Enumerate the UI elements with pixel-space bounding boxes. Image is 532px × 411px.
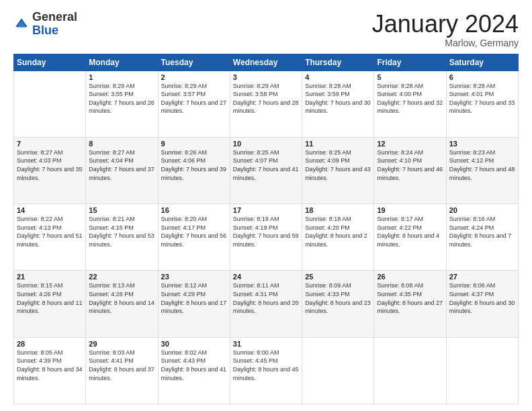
day-number: 12 bbox=[377, 140, 443, 148]
day-info: Sunrise: 8:27 AMSunset: 4:04 PMDaylight:… bbox=[89, 148, 154, 182]
day-info: Sunrise: 8:29 AMSunset: 3:55 PMDaylight:… bbox=[89, 82, 154, 116]
calendar-week-row: 21Sunrise: 8:15 AMSunset: 4:26 PMDayligh… bbox=[14, 271, 519, 337]
calendar-cell: 23Sunrise: 8:12 AMSunset: 4:29 PMDayligh… bbox=[158, 271, 230, 337]
weekday-header-tuesday: Tuesday bbox=[158, 54, 230, 71]
day-info: Sunrise: 8:27 AMSunset: 4:03 PMDaylight:… bbox=[17, 148, 83, 182]
logo-general-text: General bbox=[32, 10, 77, 24]
day-number: 21 bbox=[17, 273, 83, 281]
day-info: Sunrise: 8:29 AMSunset: 3:57 PMDaylight:… bbox=[161, 82, 227, 116]
calendar-cell: 9Sunrise: 8:26 AMSunset: 4:06 PMDaylight… bbox=[158, 137, 230, 203]
calendar-cell: 13Sunrise: 8:23 AMSunset: 4:12 PMDayligh… bbox=[446, 137, 518, 203]
day-number: 11 bbox=[305, 140, 371, 148]
calendar-cell: 26Sunrise: 8:08 AMSunset: 4:35 PMDayligh… bbox=[374, 271, 446, 337]
day-number: 18 bbox=[305, 206, 371, 214]
calendar-cell: 11Sunrise: 8:25 AMSunset: 4:09 PMDayligh… bbox=[302, 137, 374, 203]
calendar-cell: 20Sunrise: 8:16 AMSunset: 4:24 PMDayligh… bbox=[446, 204, 518, 271]
calendar-cell bbox=[14, 71, 86, 137]
day-number: 1 bbox=[89, 73, 154, 81]
day-number: 2 bbox=[161, 73, 227, 81]
day-number: 10 bbox=[233, 140, 299, 148]
day-number: 7 bbox=[17, 140, 83, 148]
calendar-cell: 7Sunrise: 8:27 AMSunset: 4:03 PMDaylight… bbox=[14, 137, 86, 203]
day-number: 13 bbox=[449, 140, 515, 148]
calendar-week-row: 7Sunrise: 8:27 AMSunset: 4:03 PMDaylight… bbox=[14, 137, 519, 203]
day-info: Sunrise: 8:02 AMSunset: 4:43 PMDaylight:… bbox=[161, 349, 227, 382]
calendar-cell: 30Sunrise: 8:02 AMSunset: 4:43 PMDayligh… bbox=[158, 337, 230, 404]
day-info: Sunrise: 8:17 AMSunset: 4:22 PMDaylight:… bbox=[377, 215, 443, 248]
day-number: 29 bbox=[89, 340, 154, 348]
calendar-cell: 27Sunrise: 8:06 AMSunset: 4:37 PMDayligh… bbox=[446, 271, 518, 337]
page: General Blue January 2024 Marlow, German… bbox=[0, 0, 532, 411]
logo: General Blue bbox=[13, 11, 77, 38]
calendar-cell: 21Sunrise: 8:15 AMSunset: 4:26 PMDayligh… bbox=[14, 271, 86, 337]
weekday-header-wednesday: Wednesday bbox=[230, 54, 302, 71]
day-info: Sunrise: 8:21 AMSunset: 4:15 PMDaylight:… bbox=[89, 215, 154, 248]
calendar-cell: 3Sunrise: 8:29 AMSunset: 3:58 PMDaylight… bbox=[230, 71, 302, 137]
calendar-cell: 2Sunrise: 8:29 AMSunset: 3:57 PMDaylight… bbox=[158, 71, 230, 137]
calendar-cell: 14Sunrise: 8:22 AMSunset: 4:13 PMDayligh… bbox=[14, 204, 86, 271]
calendar-cell: 10Sunrise: 8:25 AMSunset: 4:07 PMDayligh… bbox=[230, 137, 302, 203]
day-number: 19 bbox=[377, 206, 443, 214]
location: Marlow, Germany bbox=[372, 38, 519, 48]
day-info: Sunrise: 8:28 AMSunset: 4:00 PMDaylight:… bbox=[377, 82, 443, 116]
calendar-cell bbox=[446, 337, 518, 404]
day-info: Sunrise: 8:22 AMSunset: 4:13 PMDaylight:… bbox=[17, 215, 83, 248]
day-info: Sunrise: 8:08 AMSunset: 4:35 PMDaylight:… bbox=[377, 281, 443, 315]
day-info: Sunrise: 8:26 AMSunset: 4:06 PMDaylight:… bbox=[161, 148, 227, 182]
day-number: 28 bbox=[17, 340, 83, 348]
day-info: Sunrise: 8:09 AMSunset: 4:33 PMDaylight:… bbox=[305, 281, 371, 315]
calendar-week-row: 14Sunrise: 8:22 AMSunset: 4:13 PMDayligh… bbox=[14, 204, 519, 271]
day-number: 3 bbox=[233, 73, 299, 81]
calendar-cell: 18Sunrise: 8:18 AMSunset: 4:20 PMDayligh… bbox=[302, 204, 374, 271]
weekday-header-monday: Monday bbox=[86, 54, 158, 71]
day-number: 4 bbox=[305, 73, 371, 81]
calendar-cell: 15Sunrise: 8:21 AMSunset: 4:15 PMDayligh… bbox=[86, 204, 158, 271]
title-block: January 2024 Marlow, Germany bbox=[372, 11, 519, 48]
day-info: Sunrise: 8:16 AMSunset: 4:24 PMDaylight:… bbox=[449, 215, 515, 248]
calendar-week-row: 1Sunrise: 8:29 AMSunset: 3:55 PMDaylight… bbox=[14, 71, 519, 137]
day-number: 16 bbox=[161, 206, 227, 214]
month-title: January 2024 bbox=[372, 11, 519, 38]
day-info: Sunrise: 8:19 AMSunset: 4:19 PMDaylight:… bbox=[233, 215, 299, 248]
calendar-cell: 24Sunrise: 8:11 AMSunset: 4:31 PMDayligh… bbox=[230, 271, 302, 337]
calendar-cell: 29Sunrise: 8:03 AMSunset: 4:41 PMDayligh… bbox=[86, 337, 158, 404]
day-number: 26 bbox=[377, 273, 443, 281]
day-number: 22 bbox=[89, 273, 154, 281]
logo-icon bbox=[13, 16, 30, 32]
calendar-cell: 6Sunrise: 8:28 AMSunset: 4:01 PMDaylight… bbox=[446, 71, 518, 137]
logo-blue-text: Blue bbox=[32, 24, 58, 37]
day-number: 6 bbox=[449, 73, 515, 81]
day-info: Sunrise: 8:13 AMSunset: 4:28 PMDaylight:… bbox=[89, 281, 154, 315]
calendar-cell: 17Sunrise: 8:19 AMSunset: 4:19 PMDayligh… bbox=[230, 204, 302, 271]
day-info: Sunrise: 8:06 AMSunset: 4:37 PMDaylight:… bbox=[449, 281, 515, 315]
day-number: 31 bbox=[233, 340, 299, 348]
day-info: Sunrise: 8:20 AMSunset: 4:17 PMDaylight:… bbox=[161, 215, 227, 248]
weekday-header-friday: Friday bbox=[374, 54, 446, 71]
calendar-cell: 31Sunrise: 8:00 AMSunset: 4:45 PMDayligh… bbox=[230, 337, 302, 404]
day-info: Sunrise: 8:03 AMSunset: 4:41 PMDaylight:… bbox=[89, 349, 154, 382]
day-number: 9 bbox=[161, 140, 227, 148]
day-info: Sunrise: 8:18 AMSunset: 4:20 PMDaylight:… bbox=[305, 215, 371, 248]
calendar-cell bbox=[374, 337, 446, 404]
day-info: Sunrise: 8:05 AMSunset: 4:39 PMDaylight:… bbox=[17, 349, 83, 382]
day-number: 20 bbox=[449, 206, 515, 214]
day-number: 30 bbox=[161, 340, 227, 348]
day-number: 27 bbox=[449, 273, 515, 281]
day-number: 14 bbox=[17, 206, 83, 214]
day-number: 23 bbox=[161, 273, 227, 281]
calendar-cell: 28Sunrise: 8:05 AMSunset: 4:39 PMDayligh… bbox=[14, 337, 86, 404]
calendar-cell: 5Sunrise: 8:28 AMSunset: 4:00 PMDaylight… bbox=[374, 71, 446, 137]
calendar-week-row: 28Sunrise: 8:05 AMSunset: 4:39 PMDayligh… bbox=[14, 337, 519, 404]
calendar-cell: 19Sunrise: 8:17 AMSunset: 4:22 PMDayligh… bbox=[374, 204, 446, 271]
calendar-table: SundayMondayTuesdayWednesdayThursdayFrid… bbox=[13, 54, 519, 404]
calendar-cell: 25Sunrise: 8:09 AMSunset: 4:33 PMDayligh… bbox=[302, 271, 374, 337]
day-number: 15 bbox=[89, 206, 154, 214]
calendar-cell: 12Sunrise: 8:24 AMSunset: 4:10 PMDayligh… bbox=[374, 137, 446, 203]
weekday-header-sunday: Sunday bbox=[14, 54, 86, 71]
day-info: Sunrise: 8:29 AMSunset: 3:58 PMDaylight:… bbox=[233, 82, 299, 116]
weekday-header-saturday: Saturday bbox=[446, 54, 518, 71]
day-info: Sunrise: 8:24 AMSunset: 4:10 PMDaylight:… bbox=[377, 148, 443, 182]
day-info: Sunrise: 8:25 AMSunset: 4:09 PMDaylight:… bbox=[305, 148, 371, 182]
day-number: 24 bbox=[233, 273, 299, 281]
header: General Blue January 2024 Marlow, German… bbox=[13, 11, 519, 48]
